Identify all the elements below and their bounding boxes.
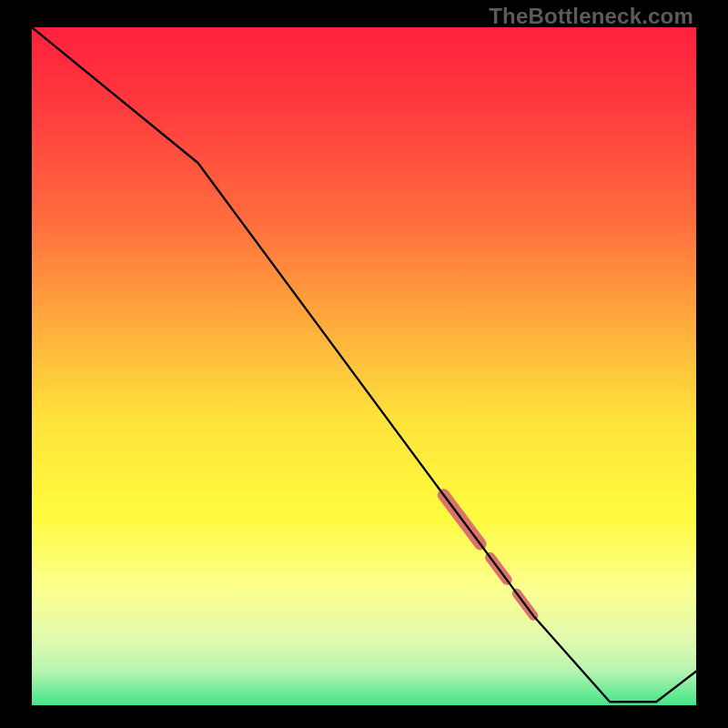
plot-area [32,27,696,705]
chart-svg [32,27,696,705]
chart-frame: TheBottleneck.com [0,0,728,728]
gradient-background [32,27,696,705]
watermark-text: TheBottleneck.com [489,4,693,29]
